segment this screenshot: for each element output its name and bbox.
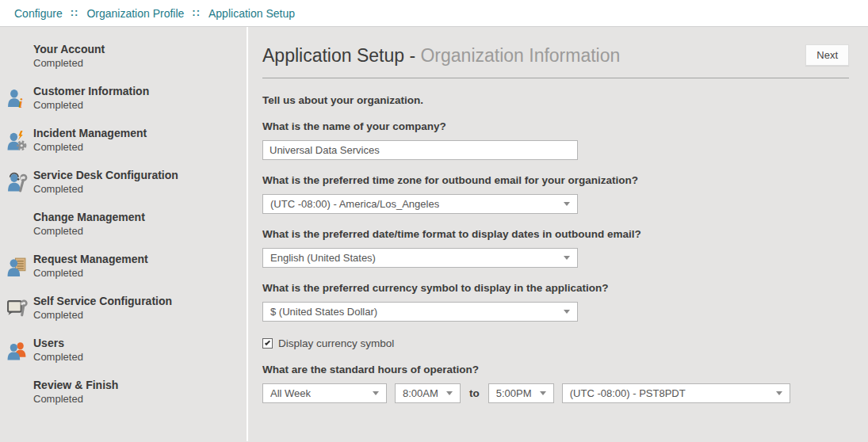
next-button[interactable]: Next (805, 44, 849, 66)
user-gear-icon (6, 130, 33, 151)
sidebar-item-self-service-configuration[interactable]: Self Service Configuration Completed (0, 295, 247, 322)
step-title: Self Service Configuration (33, 295, 172, 307)
display-currency-checkbox-row[interactable]: Display currency symbol (262, 337, 849, 349)
step-status: Completed (33, 183, 178, 196)
timezone-email-value: (UTC -08:00) - America/Los_Angeles (270, 198, 439, 210)
breadcrumb-configure[interactable]: Configure (14, 7, 63, 20)
step-title: Customer Information (33, 85, 149, 97)
sidebar-item-request-management[interactable]: Request Management Completed (0, 253, 247, 280)
currency-value: $ (United States Dollar) (270, 306, 377, 318)
company-name-label: What is the name of your company? (262, 120, 849, 132)
company-name-input[interactable] (262, 140, 578, 160)
step-status: Completed (33, 57, 105, 70)
breadcrumb-separator: :: (192, 6, 201, 18)
hours-to-label: to (468, 387, 480, 399)
hours-of-operation-row: All Week 8:00AM to 5:00PM (UTC -08:00) -… (262, 383, 849, 403)
setup-steps-sidebar: Your Account Completed i Customer Inform… (0, 27, 247, 441)
hours-start-dropdown[interactable]: 8:00AM (395, 383, 461, 403)
hours-of-operation-label: What are the standard hours of operation… (262, 364, 849, 375)
currency-dropdown[interactable]: $ (United States Dollar) (262, 302, 578, 322)
hours-timezone-value: (UTC -08:00) - PST8PDT (570, 387, 686, 399)
breadcrumb: Configure :: Organization Profile :: App… (0, 0, 868, 27)
sidebar-item-your-account[interactable]: Your Account Completed (0, 43, 247, 70)
sidebar-item-change-management[interactable]: Change Management Completed (0, 211, 247, 238)
sidebar-item-customer-information[interactable]: i Customer Information Completed (0, 85, 247, 112)
hours-days-dropdown[interactable]: All Week (262, 383, 387, 403)
hours-start-value: 8:00AM (403, 387, 438, 399)
page-title-main: Application Setup - (262, 45, 420, 66)
datetime-format-label: What is the preferred date/time format t… (262, 228, 849, 240)
step-status: Completed (33, 309, 172, 322)
step-title: Incident Management (33, 127, 147, 139)
chevron-down-icon (446, 391, 453, 395)
timezone-email-label: What is the preferred time zone for outb… (262, 174, 849, 186)
chevron-down-icon (776, 391, 782, 395)
step-status: Completed (33, 267, 148, 280)
breadcrumb-application-setup[interactable]: Application Setup (208, 7, 295, 20)
step-status: Completed (33, 351, 83, 364)
step-title: Request Management (33, 253, 148, 265)
hours-timezone-dropdown[interactable]: (UTC -08:00) - PST8PDT (562, 383, 790, 403)
page-subtitle: Organization Information (420, 45, 620, 66)
step-title: Service Desk Configuration (33, 169, 178, 181)
users-icon (6, 340, 33, 361)
step-title: Change Management (33, 211, 145, 223)
chevron-down-icon (373, 391, 379, 395)
breadcrumb-separator: :: (71, 6, 79, 18)
chevron-down-icon (540, 391, 546, 395)
sidebar-item-incident-management[interactable]: Incident Management Completed (0, 127, 247, 154)
hours-end-value: 5:00PM (496, 387, 532, 399)
breadcrumb-organization-profile[interactable]: Organization Profile (86, 7, 184, 20)
step-title: Review & Finish (33, 379, 118, 391)
checkmark-icon (265, 340, 270, 345)
chevron-down-icon (564, 256, 570, 260)
step-status: Completed (33, 141, 147, 154)
user-wrench-icon (6, 172, 33, 193)
step-title: Your Account (33, 43, 105, 55)
timezone-email-dropdown[interactable]: (UTC -08:00) - America/Los_Angeles (262, 194, 578, 214)
step-status: Completed (33, 225, 145, 238)
svg-text:i: i (19, 94, 23, 109)
application-setup-panel: Application Setup - Organization Informa… (247, 27, 868, 441)
datetime-format-dropdown[interactable]: English (United States) (262, 248, 578, 268)
title-divider (262, 78, 849, 78)
hours-days-value: All Week (270, 387, 311, 399)
currency-label: What is the preferred currency symbol to… (262, 282, 849, 294)
display-currency-label: Display currency symbol (278, 337, 394, 349)
sidebar-item-service-desk-configuration[interactable]: Service Desk Configuration Completed (0, 169, 247, 196)
user-info-icon: i (6, 88, 33, 109)
step-title: Users (33, 337, 83, 349)
sidebar-item-review-finish[interactable]: Review & Finish Completed (0, 379, 247, 406)
hours-end-dropdown[interactable]: 5:00PM (488, 383, 554, 403)
step-status: Completed (33, 393, 118, 406)
datetime-format-value: English (United States) (270, 252, 376, 264)
monitor-wrench-icon (6, 298, 33, 319)
display-currency-checkbox[interactable] (262, 338, 273, 349)
step-status: Completed (33, 99, 149, 112)
page-title: Application Setup - Organization Informa… (262, 44, 620, 67)
intro-text: Tell us about your organization. (262, 94, 849, 106)
user-document-icon (6, 256, 33, 277)
sidebar-item-users[interactable]: Users Completed (0, 337, 247, 364)
chevron-down-icon (564, 202, 570, 206)
chevron-down-icon (564, 310, 570, 314)
